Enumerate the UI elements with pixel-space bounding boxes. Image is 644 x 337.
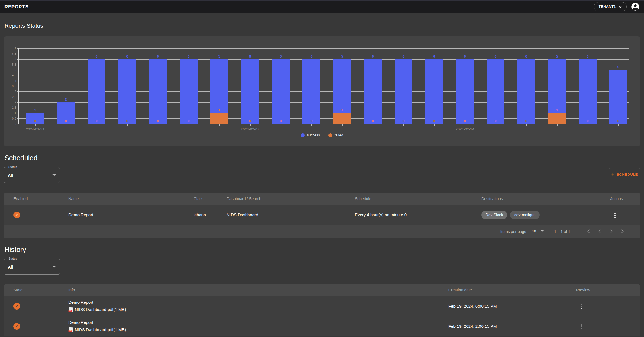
items-per-page-select[interactable]: 10 <box>531 228 544 235</box>
bar-failed-label: 0 <box>364 119 382 123</box>
bar-failed-label: 0 <box>487 119 504 123</box>
svg-text:PDF: PDF <box>69 310 72 312</box>
bar-success-label: 6 <box>517 54 535 58</box>
bar-success-segment <box>579 59 597 124</box>
bar-failed-label: 1 <box>210 108 228 112</box>
schedule-text: Every 4 hour(s) on minute 0 <box>355 212 481 217</box>
kebab-menu-icon <box>581 304 582 309</box>
y-axis-label: 4 <box>4 79 16 82</box>
dropdown-arrow-icon <box>52 266 56 268</box>
x-axis-tick <box>496 124 496 126</box>
next-page-button[interactable] <box>607 227 615 236</box>
legend-swatch-icon <box>301 133 305 137</box>
avatar-button[interactable] <box>631 3 640 11</box>
topbar: REPORTS TENANT1 <box>0 0 644 13</box>
bar-success-label: 5 <box>210 54 228 58</box>
gridline <box>18 102 629 103</box>
x-axis-tick <box>557 124 558 126</box>
chart-bar <box>333 59 351 124</box>
bar-failed-label: 0 <box>180 119 198 123</box>
previous-page-button[interactable] <box>596 227 604 236</box>
gridline <box>18 59 629 60</box>
report-file[interactable]: PDFNIDS Dashboard.pdf(1 MB) <box>68 326 448 333</box>
bar-success-segment <box>88 59 105 124</box>
legend-swatch-icon <box>328 133 332 137</box>
x-axis-date-label: 2024-02-14 <box>445 127 484 131</box>
status-filter-label: Status <box>7 165 18 168</box>
history-status-filter[interactable]: Status All <box>4 259 60 275</box>
bar-success-label: 6 <box>241 54 259 58</box>
bar-failed-label: 1 <box>548 108 566 112</box>
paginator-range: 1 – 1 of 1 <box>554 229 570 234</box>
destination-chip: Dev Slack <box>481 211 507 219</box>
table-row: ✓Demo ReportkibanaNIDS DashboardEvery 4 … <box>4 205 640 225</box>
legend-item: success <box>301 133 320 137</box>
tenant-selector-button[interactable]: TENANT1 <box>594 2 627 11</box>
bar-failed-label: 1 <box>333 108 351 112</box>
legend-label: success <box>307 133 320 137</box>
bar-success-segment <box>364 59 382 124</box>
chart-legend: successfailed <box>4 133 640 137</box>
legend-label: failed <box>335 133 343 137</box>
x-axis-tick <box>66 124 66 126</box>
chart-bar <box>487 59 504 124</box>
state-success-icon: ✓ <box>13 323 20 330</box>
schedule-button[interactable]: + SCHEDULE <box>609 168 640 181</box>
chart-bar <box>548 59 566 124</box>
bar-success-segment <box>456 59 474 124</box>
bar-failed-label: 0 <box>118 119 136 123</box>
last-page-button[interactable] <box>619 227 627 236</box>
file-label: NIDS Dashboard.pdf(1 MB) <box>75 307 126 312</box>
bar-success-segment <box>149 59 167 124</box>
bar-failed-label: 0 <box>395 119 412 123</box>
y-axis-label: 2.5 <box>4 95 16 99</box>
last-page-icon <box>620 229 626 234</box>
next-page-icon <box>609 229 614 234</box>
reports-chart: 00.511.522.533.544.555.566.5710206060606… <box>4 36 640 146</box>
reports-status-title: Reports Status <box>4 22 43 29</box>
bar-success-segment <box>241 59 259 124</box>
file-label: NIDS Dashboard.pdf(1 MB) <box>75 327 126 332</box>
first-page-button[interactable] <box>584 227 592 236</box>
enabled-toggle[interactable]: ✓ <box>13 212 20 218</box>
bar-success-label: 6 <box>456 54 474 58</box>
chart-bar <box>210 59 228 124</box>
y-axis-label: 1 <box>4 111 16 115</box>
column-header: Actions <box>610 196 633 201</box>
x-axis-date-label: 2024-02-07 <box>230 127 270 131</box>
items-per-page-label: Items per page: <box>500 229 527 234</box>
chart-bar <box>180 59 198 124</box>
gridline <box>18 70 629 70</box>
chevron-down-icon <box>618 6 622 8</box>
preview-menu-button[interactable] <box>578 303 585 311</box>
svg-text:PDF: PDF <box>69 330 72 332</box>
y-axis-label: 5 <box>4 68 16 72</box>
actions-menu-button[interactable] <box>612 211 618 220</box>
bar-failed-label: 0 <box>517 119 535 123</box>
dashboard-search: NIDS Dashboard <box>227 212 355 217</box>
y-axis-label: 6.5 <box>4 52 16 55</box>
scheduled-status-filter[interactable]: Status All <box>4 167 60 183</box>
bar-success-segment <box>180 59 198 124</box>
report-file[interactable]: PDFNIDS Dashboard.pdf(1 MB) <box>68 306 448 312</box>
y-axis-label: 4.5 <box>4 73 16 77</box>
table-row: ✓Demo ReportPDFNIDS Dashboard.pdf(1 MB)F… <box>4 296 640 316</box>
column-header: Name <box>68 196 194 201</box>
y-axis-tick <box>17 124 18 124</box>
gridline <box>18 124 629 124</box>
scheduled-table-header: EnabledNameClassDashboard / SearchSchedu… <box>4 193 640 205</box>
bar-success-segment <box>609 70 627 124</box>
top-edge-strip <box>0 0 644 1</box>
bar-success-segment <box>517 59 535 124</box>
gridline <box>18 97 629 97</box>
x-axis-tick <box>373 124 373 126</box>
preview-menu-button[interactable] <box>578 323 585 331</box>
bar-success-label: 6 <box>88 54 105 58</box>
bar-failed-label: 0 <box>425 119 443 123</box>
creation-date: Feb 19, 2024, 2:00:15 PM <box>448 324 576 329</box>
bar-success-label: 6 <box>487 54 504 58</box>
bar-success-segment <box>487 59 504 124</box>
chart-bar <box>88 59 105 124</box>
bar-failed-label: 0 <box>26 119 44 123</box>
bar-failed-label: 0 <box>302 119 320 123</box>
